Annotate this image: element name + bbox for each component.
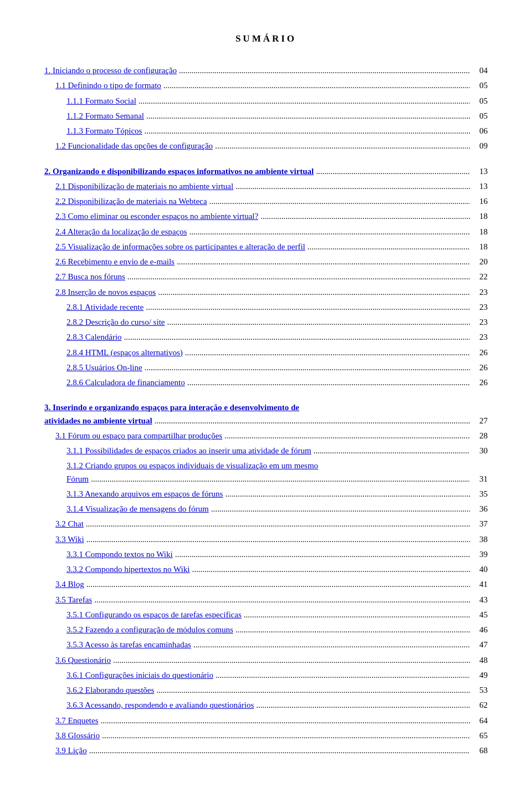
toc-page: 45 [472,609,488,621]
toc-label[interactable]: 3.3.1 Compondo textos no Wiki [66,548,173,561]
toc-entry: 3.5 Tarefas.............................… [55,594,488,606]
toc-dots: ........................................… [260,210,470,223]
toc-label[interactable]: 3.1.1 Possibilidades de espaços criados … [66,445,311,457]
toc-dots: ........................................… [146,110,470,122]
toc-entry: 3.5.2 Fazendo a configuração de módulos … [66,624,488,636]
toc-page: 20 [472,256,488,268]
toc-dots: ........................................… [236,624,470,636]
toc-entry: 3.5.3 Acesso às tarefas encaminhadas....… [66,638,488,651]
toc-page: 64 [472,714,488,727]
toc-entry: 2.8.5 Usuários On-line..................… [66,361,488,374]
toc-page: 26 [472,361,488,374]
toc-page: 47 [472,638,488,651]
toc-page: 23 [472,286,488,299]
toc-label[interactable]: 2.8 Inserção de novos espaços [55,286,156,299]
toc-label-continuation[interactable]: Fórum [66,473,89,486]
toc-dots: ........................................… [167,316,470,329]
toc-dots: ........................................… [155,415,470,427]
toc-entry: 1.1.1 Formato Social....................… [66,95,488,108]
toc-label[interactable]: 3.1.4 Visualização de mensagens do fórum [66,503,209,515]
toc-page: 38 [472,533,488,546]
toc-label[interactable]: 3.9 Lição [55,744,87,757]
toc-label[interactable]: 2.1 Disponibilização de materiais no amb… [55,180,233,193]
toc-label[interactable]: 3.1 Fórum ou espaço para compartilhar pr… [55,430,222,442]
toc-label[interactable]: 3.3 Wiki [55,533,84,546]
toc-label[interactable]: 2.7 Busca nos fóruns [55,270,125,283]
toc-entry: 3.3.2 Compondo hipertextos no Wiki......… [66,563,488,576]
toc-label[interactable]: 3.5.1 Configurando os espaços de tarefas… [66,609,242,621]
toc-label[interactable]: 2.3 Como eliminar ou esconder espaços no… [55,210,258,223]
toc-dots: ........................................… [215,140,470,152]
toc-label[interactable]: 2.2 Disponibilização de materiais na Web… [55,195,207,208]
toc-label[interactable]: 2.8.5 Usuários On-line [66,361,142,374]
toc-container: 1. Iniciando o processo de configuração.… [44,64,488,757]
toc-page: 13 [472,165,488,178]
toc-label[interactable]: 3.3.2 Compondo hipertextos no Wiki [66,563,190,576]
toc-dots: ........................................… [146,301,470,314]
toc-label[interactable]: 3.2 Chat [55,518,84,530]
toc-entry: 3.6.2 Elaborando questões...............… [66,684,488,697]
toc-dots: ........................................… [86,533,470,546]
toc-entry: 2.7 Busca nos fóruns....................… [55,270,488,283]
toc-dots: ........................................… [139,95,470,108]
toc-label[interactable]: 1.1 Definindo o tipo de formato [55,79,161,92]
toc-label[interactable]: 3.4 Blog [55,578,84,591]
toc-label[interactable]: 2.8.2 Descrição do curso/ site [66,316,165,329]
toc-label[interactable]: 2.8.1 Atividade recente [66,301,144,314]
toc-label[interactable]: 3.5.3 Acesso às tarefas encaminhadas [66,638,191,651]
toc-label[interactable]: 3.7 Enquetes [55,714,98,727]
toc-entry: 2.4 Alteração da localização de espaços.… [55,226,488,238]
toc-dots: ........................................… [225,488,470,500]
toc-label[interactable]: 2.4 Alteração da localização de espaços [55,226,187,238]
toc-label[interactable]: 2.8.4 HTML (espaços alternativos) [66,346,183,359]
toc-entry: 2.2 Disponibilização de materiais na Web… [55,195,488,208]
toc-page: 65 [472,729,488,742]
toc-label[interactable]: 3.1.2 Criando grupos ou espaços individu… [66,459,318,472]
toc-page: 31 [472,473,488,486]
toc-entry: 3.6 Questionário........................… [55,654,488,667]
toc-label[interactable]: 3.6.1 Configurações iniciais do question… [66,669,213,682]
toc-dots: ........................................… [91,473,470,486]
toc-label[interactable]: 3.6 Questionário [55,654,111,667]
toc-page: 23 [472,316,488,329]
toc-label[interactable]: 1. Iniciando o processo de configuração [44,64,177,77]
toc-page: 22 [472,270,488,283]
toc-entry: 3.1.3 Anexando arquivos em espaços de fó… [66,488,488,500]
toc-dots: ........................................… [156,684,470,697]
toc-label[interactable]: 3.8 Glossário [55,729,100,742]
toc-entry: 2.8 Inserção de novos espaços...........… [55,286,488,299]
toc-label[interactable]: 2.6 Recebimento e envio de e-mails [55,256,175,268]
toc-label[interactable]: 3.6.2 Elaborando questões [66,684,154,697]
toc-page: 68 [472,744,488,757]
toc-label[interactable]: 1.2 Funcionalidade das opções de configu… [55,140,213,152]
toc-label-continuation[interactable]: atividades no ambiente virtual [44,415,152,427]
toc-entry: 3.1.1 Possibilidades de espaços criados … [66,445,488,457]
toc-dots: ........................................… [175,548,470,561]
toc-label[interactable]: 3.5 Tarefas [55,594,92,606]
toc-label[interactable]: 1.1.1 Formato Social [66,95,136,108]
toc-label[interactable]: 3.6.3 Acessando, respondendo e avaliando… [66,699,254,712]
toc-page: 40 [472,563,488,576]
toc-entry: 3.6.3 Acessando, respondendo e avaliando… [66,699,488,712]
toc-dots: ........................................… [179,64,470,77]
toc-page: 62 [472,699,488,712]
toc-dots: ........................................… [209,195,470,208]
toc-label[interactable]: 2.8.6 Calculadora de financiamento [66,376,185,389]
toc-entry: 3.1 Fórum ou espaço para compartilhar pr… [55,430,488,442]
toc-label[interactable]: 3.5.2 Fazendo a configuração de módulos … [66,624,233,636]
toc-label[interactable]: 3. Inserindo e organizando espaços para … [44,401,299,414]
toc-page: 36 [472,503,488,515]
toc-label[interactable]: 3.1.3 Anexando arquivos em espaços de fó… [66,488,223,500]
toc-dots: ........................................… [211,503,470,515]
toc-label[interactable]: 1.1.3 Formato Tópicos [66,125,142,137]
toc-label[interactable]: 2. Organizando e disponibilizando espaço… [44,165,314,178]
toc-dots: ........................................… [89,744,470,757]
toc-entry: 2.1 Disponibilização de materiais no amb… [55,180,488,193]
toc-page: 05 [472,110,488,122]
toc-label[interactable]: 2.8.3 Calendário [66,331,122,344]
toc-entry: 1.2 Funcionalidade das opções de configu… [55,140,488,152]
toc-label[interactable]: 2.5 Visualização de informações sobre os… [55,241,305,253]
toc-entry: 2.6 Recebimento e envio de e-mails......… [55,256,488,268]
toc-page: 35 [472,488,488,500]
toc-label[interactable]: 1.1.2 Formato Semanal [66,110,144,122]
